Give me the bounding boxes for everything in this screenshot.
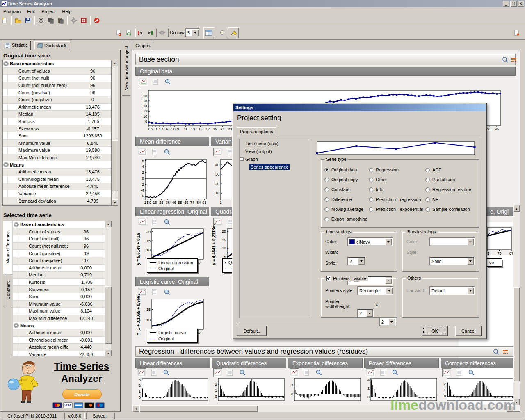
magnifier-button[interactable] [163, 78, 172, 86]
brush-color-select[interactable] [429, 237, 475, 246]
row-settings-gear-button[interactable] [157, 28, 167, 38]
menu-project[interactable]: Project [38, 8, 59, 15]
move-first-button[interactable] [135, 28, 145, 38]
tree-item-time-serie[interactable]: Time serie (calc) [240, 139, 310, 147]
tree-item-series-appearance[interactable]: Series appearance [240, 163, 310, 171]
chart-view-button[interactable] [366, 368, 375, 377]
table-row[interactable]: Count (not null,not zero)96 [13, 243, 105, 250]
hint-bulb-button[interactable] [217, 28, 227, 38]
report-view-button[interactable] [149, 368, 158, 377]
dialog-title-bar[interactable]: Settings [233, 104, 486, 111]
radio-other[interactable]: Other [369, 177, 425, 183]
cut-button[interactable] [36, 16, 46, 25]
magnifier-button[interactable] [390, 368, 399, 377]
settings-gear-button[interactable] [69, 16, 79, 25]
table-row[interactable]: Count of values96 [3, 68, 111, 75]
radio-original-copy[interactable]: Original copy [324, 177, 369, 183]
chart-view-button[interactable] [290, 368, 299, 377]
magnifier-button[interactable] [314, 368, 323, 377]
tree-item-view-output[interactable]: View (output) [240, 147, 310, 155]
scroll-down-arrow[interactable]: ▼ [105, 350, 112, 356]
table-row[interactable]: Chronological mean13,475 [3, 176, 111, 183]
chart-view-button[interactable] [137, 368, 146, 377]
scroll-thumb[interactable] [105, 286, 112, 344]
line-width-select[interactable]: 2 [347, 257, 365, 265]
stop-button[interactable] [92, 16, 102, 25]
table-row[interactable]: Arithmetic mean13,476 [3, 169, 111, 176]
magnifier-button[interactable] [162, 148, 171, 156]
chart-view-button[interactable] [213, 148, 222, 156]
table-row[interactable]: Sum1293,650 [3, 132, 111, 140]
tab-mean-difference[interactable]: Mean difference [3, 221, 12, 274]
default-button[interactable]: Default.. [237, 326, 267, 336]
doc-remove-button[interactable] [114, 28, 124, 38]
tab-statistic[interactable]: Statistic [2, 41, 31, 50]
report-view-button[interactable] [454, 368, 463, 377]
selected-table-scrollbar[interactable]: ▲ ▼ [105, 221, 112, 356]
magnifier-button[interactable] [238, 368, 247, 377]
table-row[interactable]: Count (positive)96 [3, 89, 111, 96]
table-row[interactable]: Median14,195 [3, 111, 111, 118]
vertical-scrollbar[interactable]: ▲ ▼ [513, 205, 520, 405]
restore-button[interactable]: ❐ [510, 1, 517, 7]
table-row[interactable]: Max-Min difference12,740 [3, 154, 111, 162]
line-color-select[interactable]: clNavy [347, 237, 393, 246]
scroll-thumb[interactable] [513, 287, 520, 381]
tab-constant[interactable]: Constant [4, 275, 12, 306]
zoom-icon[interactable] [493, 349, 500, 355]
export-pdf-button[interactable] [79, 16, 89, 25]
table-group-row[interactable]: Base characteristics [13, 221, 105, 228]
table-group-row[interactable]: Increments [3, 205, 111, 206]
table-row[interactable]: Arithmetic mean0,000 [13, 329, 105, 337]
pointers-style-select[interactable]: Rectangle [357, 286, 393, 295]
scroll-up-arrow[interactable]: ▲ [112, 60, 118, 66]
radio-constant[interactable]: Constant [324, 187, 369, 192]
zoom-icon[interactable] [502, 57, 509, 63]
table-row[interactable]: Max-Min difference12,740 [13, 315, 105, 322]
pointers-visible-checkbox[interactable] [326, 276, 331, 281]
menu-edit[interactable]: Edit [24, 8, 38, 15]
magnifier-button[interactable] [162, 368, 171, 377]
magnifier-button[interactable] [162, 288, 171, 296]
table-group-row[interactable]: Means [13, 322, 105, 329]
new-button[interactable] [0, 16, 10, 25]
table-row[interactable]: Count of values96 [13, 228, 105, 236]
table-row[interactable]: Variance22,456 [3, 190, 111, 198]
clear-broom-button[interactable] [228, 27, 239, 38]
collapse-section-icon[interactable] [502, 349, 509, 355]
tree-collapse-icon[interactable]: − [240, 157, 244, 161]
table-row[interactable]: Minumum value6,840 [3, 140, 111, 147]
original-table-scrollbar[interactable]: ▲ ▼ [112, 60, 118, 206]
table-row[interactable]: Count (negative)47 [13, 257, 105, 265]
table-row[interactable]: Arithmetic mean13,476 [3, 104, 111, 111]
report-view-button[interactable] [226, 368, 235, 377]
chart-view-button[interactable] [442, 368, 451, 377]
collapse-section-icon[interactable] [511, 57, 517, 63]
chart-view-button[interactable] [138, 218, 147, 226]
scroll-thumb[interactable] [139, 405, 258, 412]
scroll-down-arrow[interactable]: ▼ [112, 199, 118, 206]
radio-prediction-regression[interactable]: Prediction - regression [369, 196, 425, 202]
table-row[interactable]: Count (positive)49 [13, 250, 105, 257]
open-button[interactable] [13, 16, 23, 25]
doc-note-button[interactable] [512, 28, 522, 38]
radio-difference[interactable]: Difference [324, 196, 369, 202]
table-group-row[interactable]: Base characteristics [3, 60, 111, 68]
table-row[interactable]: Skewness-0,157 [3, 125, 111, 132]
chart-view-button[interactable] [139, 78, 148, 86]
table-row[interactable]: Maximum value6,104 [13, 308, 105, 315]
table-row[interactable]: Maximum value19,580 [3, 147, 111, 154]
table-row[interactable]: Standard deviation4,739 [3, 197, 111, 205]
table-row[interactable]: Count (not null,not zero)96 [3, 82, 111, 89]
scroll-up-arrow[interactable]: ▲ [513, 205, 520, 212]
tab-graphs[interactable]: Graphs [132, 41, 153, 50]
radio-sample-correlation[interactable]: Sample correlation [425, 206, 479, 212]
minimize-button[interactable]: _ [503, 1, 509, 7]
ok-button[interactable]: OK [422, 326, 448, 336]
radio-info[interactable]: Info [369, 187, 425, 192]
on-row-select[interactable]: 5 [185, 28, 199, 37]
paste-button[interactable] [56, 16, 66, 25]
report-view-button[interactable] [302, 368, 311, 377]
chart-view-button[interactable] [138, 148, 147, 156]
donate-button[interactable]: Donate [62, 389, 102, 399]
